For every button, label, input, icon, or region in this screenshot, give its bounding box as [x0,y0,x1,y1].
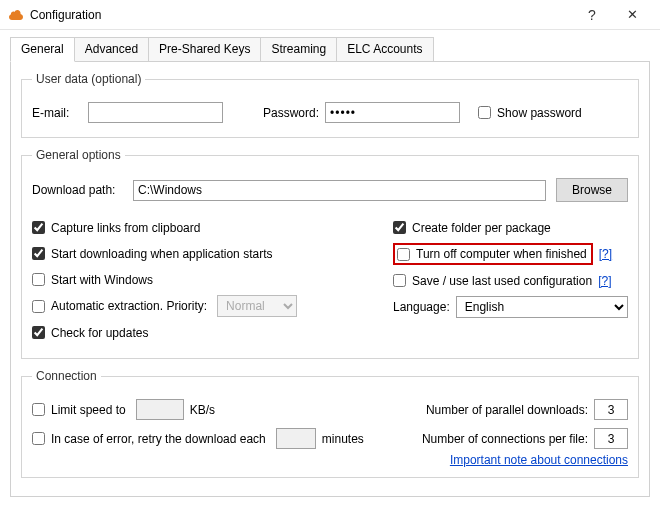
tab-streaming[interactable]: Streaming [260,37,337,62]
general-options-group: General options Download path: Browse Ca… [21,148,639,359]
tab-elc[interactable]: ELC Accounts [336,37,433,62]
capture-links-checkbox[interactable]: Capture links from clipboard [32,221,200,235]
user-data-group: User data (optional) E-mail: Password: S… [21,72,639,138]
email-label: E-mail: [32,106,82,120]
create-folder-checkbox[interactable]: Create folder per package [393,221,551,235]
app-icon [8,7,24,23]
password-field[interactable] [325,102,460,123]
minutes-label: minutes [322,432,364,446]
email-field[interactable] [88,102,223,123]
help-button[interactable]: ? [572,1,612,29]
retry-checkbox[interactable]: In case of error, retry the download eac… [32,432,266,446]
download-path-label: Download path: [32,183,127,197]
auto-extract-checkbox[interactable]: Automatic extraction. Priority: [32,299,207,313]
save-last-help-link[interactable]: [?] [598,274,611,288]
tab-advanced[interactable]: Advanced [74,37,149,62]
show-password-label: Show password [497,106,582,120]
connections-note-link[interactable]: Important note about connections [450,453,628,467]
connection-group: Connection Limit speed to KB/s Number of… [21,369,639,478]
language-select[interactable]: English [456,296,628,318]
show-password-input[interactable] [478,106,491,119]
start-download-checkbox[interactable]: Start downloading when application start… [32,247,272,261]
limit-speed-field [136,399,184,420]
connections-per-file-label: Number of connections per file: [422,432,588,446]
parallel-downloads-label: Number of parallel downloads: [426,403,588,417]
connection-legend: Connection [32,369,101,383]
tab-psk[interactable]: Pre-Shared Keys [148,37,261,62]
save-last-config-checkbox[interactable]: Save / use last used configuration [393,274,592,288]
turn-off-help-link[interactable]: [?] [599,247,612,261]
show-password-checkbox[interactable]: Show password [478,106,582,120]
start-with-windows-checkbox[interactable]: Start with Windows [32,273,153,287]
download-path-field[interactable] [133,180,546,201]
parallel-downloads-field[interactable] [594,399,628,420]
close-icon[interactable]: ✕ [612,1,652,29]
browse-button[interactable]: Browse [556,178,628,202]
title-bar: Configuration ? ✕ [0,0,660,30]
turn-off-checkbox[interactable]: Turn off computer when finished [397,247,587,261]
priority-select: Normal [217,295,297,317]
tab-general[interactable]: General [10,37,75,62]
connections-per-file-field[interactable] [594,428,628,449]
turn-off-highlight: Turn off computer when finished [393,243,593,265]
tab-strip: General Advanced Pre-Shared Keys Streami… [10,36,650,61]
check-updates-checkbox[interactable]: Check for updates [32,326,148,340]
password-label: Password: [263,106,319,120]
language-label: Language: [393,300,450,314]
tab-page-general: User data (optional) E-mail: Password: S… [10,61,650,497]
general-options-legend: General options [32,148,125,162]
retry-minutes-field [276,428,316,449]
user-data-legend: User data (optional) [32,72,145,86]
kbs-label: KB/s [190,403,215,417]
window-title: Configuration [30,8,572,22]
limit-speed-checkbox[interactable]: Limit speed to [32,403,126,417]
